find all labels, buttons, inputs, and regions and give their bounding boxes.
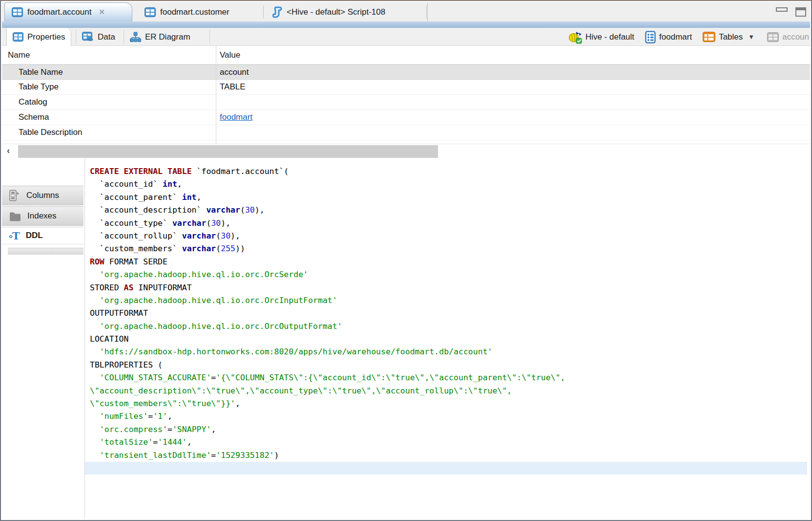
code-token: 'numFiles' xyxy=(100,412,148,421)
column-divider[interactable] xyxy=(216,46,216,144)
schema-label[interactable]: foodmart xyxy=(659,32,692,42)
code-token: `account_type` xyxy=(90,218,172,228)
code-line[interactable]: 'COLUMN_STATS_ACCURATE'='{\"COLUMN_STATS… xyxy=(85,371,810,384)
table-row[interactable]: Catalog xyxy=(2,95,810,110)
code-token: , xyxy=(177,179,182,189)
code-line[interactable]: \"custom_members\":\"true\"}}', xyxy=(85,397,810,410)
code-token: = xyxy=(153,437,158,447)
code-token: STORED xyxy=(90,283,124,292)
current-line-highlight[interactable] xyxy=(85,462,807,475)
code-line[interactable]: `account_description` varchar(30), xyxy=(85,204,810,217)
horizontal-scrollbar[interactable]: ‹ xyxy=(2,144,810,158)
code-line[interactable]: ROW FORMAT SERDE xyxy=(85,256,810,268)
code-line[interactable]: \"account_description\":\"true\",\"accou… xyxy=(85,385,810,397)
hive-connection-icon[interactable] xyxy=(568,30,582,44)
tab-foodmart-account[interactable]: foodmart.account ✕ xyxy=(4,2,132,22)
close-icon[interactable]: ✕ xyxy=(99,8,105,17)
code-token: 'totalSize' xyxy=(100,437,153,447)
tab-data[interactable]: <> Data xyxy=(76,28,121,46)
editor-tabbar: foodmart.account ✕ foodmart.customer <Hi… xyxy=(2,2,810,22)
code-token xyxy=(90,437,100,447)
code-token: , xyxy=(235,399,240,408)
code-token: varchar xyxy=(206,205,240,215)
code-line[interactable]: `account_rollup` varchar(30), xyxy=(85,230,810,242)
code-line[interactable]: 'org.apache.hadoop.hive.ql.io.orc.OrcSer… xyxy=(85,268,810,281)
code-line[interactable]: CREATE EXTERNAL TABLE `foodmart.account`… xyxy=(85,165,810,178)
code-token: LOCATION xyxy=(90,334,128,344)
tables-folder-icon[interactable] xyxy=(703,32,715,42)
grid-header[interactable]: Name Value xyxy=(2,46,810,65)
code-token: `foodmart.account`( xyxy=(192,167,289,176)
property-value: account xyxy=(220,67,249,77)
tab-script-108[interactable]: <Hive - default> Script-108 xyxy=(266,2,427,22)
table-row[interactable]: Table TypeTABLE xyxy=(2,80,810,95)
tab-label: ER Diagram xyxy=(145,32,190,42)
schema-link[interactable]: foodmart xyxy=(220,112,252,122)
code-line[interactable]: 'hdfs://sandbox-hdp.hortonworks.com:8020… xyxy=(85,346,810,358)
code-token xyxy=(90,373,100,382)
code-token: '{\"COLUMN_STATS\":{\"account_id\":\"tru… xyxy=(216,373,565,382)
scrollbar-thumb[interactable] xyxy=(18,145,438,158)
indexes-folder-icon xyxy=(9,211,21,221)
code-token: '1529335182' xyxy=(216,451,274,460)
code-line[interactable]: 'totalSize'='1444', xyxy=(85,436,810,449)
code-token: 'org.apache.hadoop.hive.ql.io.orc.OrcInp… xyxy=(100,296,337,305)
database-icon[interactable] xyxy=(645,31,656,43)
table-row[interactable]: Table Nameaccount xyxy=(2,65,810,80)
connection-label[interactable]: Hive - default xyxy=(585,32,634,42)
code-token xyxy=(90,322,100,331)
active-tab-band xyxy=(2,22,810,28)
sidebar-item-columns[interactable]: Columns xyxy=(2,186,83,205)
property-value: TABLE xyxy=(220,82,246,92)
sidebar-item-ddl[interactable]: ‹›T DDL xyxy=(2,227,83,244)
code-line[interactable]: OUTPUTFORMAT xyxy=(85,307,810,320)
tab-label: foodmart.account xyxy=(27,7,91,17)
code-token: 30 xyxy=(211,218,221,228)
minimize-button[interactable] xyxy=(776,7,788,12)
scroll-left-icon[interactable]: ‹ xyxy=(7,145,10,156)
code-line[interactable]: LOCATION xyxy=(85,333,810,346)
sidebar-item-indexes[interactable]: Indexes xyxy=(2,206,83,226)
table-gray-icon xyxy=(767,32,779,42)
maximize-button[interactable] xyxy=(795,7,806,17)
table-icon xyxy=(12,7,23,17)
column-header-name[interactable]: Name xyxy=(8,50,30,60)
tab-label: Properties xyxy=(27,32,65,42)
code-token: 255 xyxy=(221,244,235,253)
object-type-label[interactable]: Tables xyxy=(719,32,743,42)
table-row[interactable]: Schemafoodmart xyxy=(2,110,810,125)
code-line[interactable]: 'org.apache.hadoop.hive.ql.io.orc.OrcOut… xyxy=(85,320,810,333)
code-token: ( xyxy=(216,244,221,253)
code-token: = xyxy=(211,373,216,382)
code-token: `account_rollup` xyxy=(90,231,182,240)
chevron-down-icon[interactable]: ▼ xyxy=(748,33,754,41)
code-line[interactable]: 'org.apache.hadoop.hive.ql.io.orc.OrcInp… xyxy=(85,294,810,307)
object-toolbar: Properties <> Data ER Diagram Hive - def… xyxy=(2,28,810,46)
code-token: '1444' xyxy=(158,437,187,447)
code-line[interactable]: `account_id` int, xyxy=(85,178,810,191)
code-line[interactable]: 'orc.compress'='SNAPPY', xyxy=(85,423,810,436)
code-token: `account_id` xyxy=(90,179,163,189)
code-line[interactable]: 'numFiles'='1', xyxy=(85,410,810,423)
column-header-value[interactable]: Value xyxy=(220,50,240,60)
code-line[interactable]: `custom_members` varchar(255)) xyxy=(85,242,810,255)
code-line[interactable]: TBLPROPERTIES ( xyxy=(85,359,810,371)
table-row[interactable]: Table Description xyxy=(2,125,810,140)
code-line[interactable]: `account_type` varchar(30), xyxy=(85,217,810,230)
property-value[interactable]: foodmart xyxy=(220,112,252,122)
code-token: CREATE EXTERNAL TABLE xyxy=(90,167,192,176)
tab-er-diagram[interactable]: ER Diagram xyxy=(124,28,196,46)
code-token xyxy=(90,425,100,434)
tab-foodmart-customer[interactable]: foodmart.customer xyxy=(138,2,264,22)
tab-properties[interactable]: Properties xyxy=(6,28,71,46)
detail-sidebar: Columns Indexes ‹›T DDL xyxy=(2,158,85,519)
ddl-editor[interactable]: CREATE EXTERNAL TABLE `foodmart.account`… xyxy=(85,158,810,519)
code-token: 'org.apache.hadoop.hive.ql.io.orc.OrcSer… xyxy=(100,270,308,279)
code-line[interactable]: `account_parent` int, xyxy=(85,191,810,204)
code-line[interactable]: STORED AS INPUTFORMAT xyxy=(85,282,810,294)
code-line[interactable]: 'transient_lastDdlTime'='1529335182') xyxy=(85,449,810,462)
code-token: 30 xyxy=(245,205,255,215)
code-token: ( xyxy=(240,205,245,215)
code-token: = xyxy=(167,425,172,434)
code-token: INPUTFORMAT xyxy=(133,283,191,292)
